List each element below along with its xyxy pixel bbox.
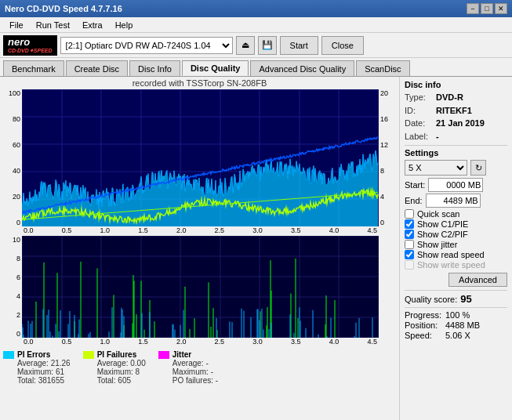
top-chart — [22, 89, 379, 226]
nero-subtitle: CD·DVD✦SPEED — [8, 48, 53, 54]
quick-scan-checkbox[interactable] — [405, 209, 414, 219]
tab-benchmark[interactable]: Benchmark — [3, 60, 64, 76]
quick-scan-label: Quick scan — [417, 209, 459, 219]
x-label-2.0-bot: 2.0 — [176, 338, 187, 346]
x-label-3.0-top: 3.0 — [252, 226, 263, 234]
start-button[interactable]: Start — [280, 36, 318, 55]
toolbar: nero CD·DVD✦SPEED [2:1] Optiarc DVD RW A… — [0, 33, 512, 58]
y-right-4: 4 — [380, 193, 396, 201]
position-val: 4488 MB — [445, 320, 480, 330]
y-bot-10: 10 — [3, 236, 20, 244]
x-label-0.5-top: 0.5 — [62, 226, 72, 234]
pi-errors-total: Total: 381655 — [17, 376, 71, 385]
disc-info-label: Disc info — [405, 80, 507, 89]
show-read-speed-label: Show read speed — [417, 250, 485, 259]
jitter-maximum: Maximum: - — [172, 368, 218, 376]
x-label-2.5-top: 2.5 — [215, 226, 225, 234]
x-label-4.5-bot: 4.5 — [367, 338, 377, 346]
legend-pi-errors: PI Errors Average: 21.26 Maximum: 61 Tot… — [3, 350, 71, 385]
speed-row: Speed: 5.06 X — [405, 331, 507, 340]
disc-id-val: RITEKF1 — [436, 104, 472, 118]
pi-errors-average: Average: 21.26 — [17, 359, 71, 368]
y-right-16: 16 — [380, 115, 396, 123]
maximize-button[interactable]: □ — [481, 3, 493, 14]
y-label-20: 20 — [3, 193, 20, 201]
disc-id-row: ID: RITEKF1 — [405, 104, 507, 118]
progress-row: Progress: 100 % — [405, 310, 507, 320]
close-button[interactable]: Close — [321, 36, 364, 55]
x-label-0.0-top: 0.0 — [24, 226, 34, 234]
settings-label: Settings — [405, 148, 507, 158]
progress-val: 100 % — [445, 310, 470, 320]
show-read-speed-checkbox[interactable] — [405, 250, 414, 259]
x-label-3.0-bot: 3.0 — [252, 338, 263, 346]
legend-pi-failures: PI Failures Average: 0.00 Maximum: 8 Tot… — [83, 350, 146, 385]
chart-title: recorded with TSSTcorp SN-208FB — [3, 78, 396, 88]
speed-label: Speed: — [405, 331, 442, 340]
menu-run-test[interactable]: Run Test — [30, 19, 76, 31]
x-label-4.5-top: 4.5 — [367, 226, 377, 234]
show-jitter-checkbox[interactable] — [405, 240, 414, 249]
y-right-20: 20 — [380, 89, 396, 97]
disc-date-row: Date: 21 Jan 2019 — [405, 117, 507, 130]
y-label-60: 60 — [3, 141, 20, 149]
show-c1-pie-checkbox[interactable] — [405, 219, 414, 229]
title-bar: Nero CD-DVD Speed 4.7.7.16 − □ ✕ — [0, 0, 512, 17]
y-label-80: 80 — [3, 115, 20, 123]
tab-scan-disc[interactable]: ScanDisc — [356, 60, 409, 76]
position-label: Position: — [405, 320, 442, 330]
jitter-color — [158, 351, 169, 359]
right-panel: Disc info Type: DVD-R ID: RITEKF1 Date: … — [399, 77, 512, 420]
pi-failures-maximum: Maximum: 8 — [97, 368, 146, 376]
x-label-1.0-top: 1.0 — [100, 226, 110, 234]
x-label-1.0-bot: 1.0 — [100, 338, 110, 346]
minimize-button[interactable]: − — [467, 3, 479, 14]
menu-file[interactable]: File — [3, 19, 30, 31]
window-controls: − □ ✕ — [467, 3, 507, 14]
eject-button[interactable]: ⏏ — [236, 36, 255, 55]
progress-label: Progress: — [405, 310, 442, 320]
start-input[interactable] — [428, 178, 483, 192]
y-label-40: 40 — [3, 167, 20, 175]
speed-settings-row: 5 X 4 X 8 X Max ↻ — [405, 160, 507, 176]
end-input[interactable] — [426, 194, 481, 208]
menu-bar: File Run Test Extra Help — [0, 17, 512, 33]
y-right-0b: 0 — [380, 219, 396, 226]
show-c2-pif-label: Show C2/PIF — [417, 230, 468, 239]
x-label-4.0-top: 4.0 — [329, 226, 340, 234]
y-right-8: 8 — [380, 167, 396, 175]
pi-failures-average: Average: 0.00 — [97, 359, 146, 368]
x-label-0.0-bot: 0.0 — [24, 338, 34, 346]
tab-advanced-disc-quality[interactable]: Advanced Disc Quality — [250, 60, 354, 76]
x-label-4.0-bot: 4.0 — [329, 338, 340, 346]
end-label: End: — [405, 196, 423, 205]
end-row: End: — [405, 194, 507, 208]
legend: PI Errors Average: 21.26 Maximum: 61 Tot… — [3, 350, 396, 385]
x-label-1.5-top: 1.5 — [138, 226, 148, 234]
refresh-button[interactable]: ↻ — [470, 160, 486, 176]
speed-select[interactable]: 5 X 4 X 8 X Max — [405, 160, 467, 176]
show-write-speed-checkbox — [405, 260, 414, 270]
close-window-button[interactable]: ✕ — [495, 3, 507, 14]
x-label-3.5-bot: 3.5 — [291, 338, 301, 346]
disc-label-row: Label: - — [405, 130, 507, 143]
tab-disc-quality[interactable]: Disc Quality — [182, 60, 249, 76]
y-bot-2: 2 — [3, 311, 20, 319]
bottom-chart — [22, 236, 379, 338]
tab-create-disc[interactable]: Create Disc — [66, 60, 128, 76]
show-jitter-row: Show jitter — [405, 240, 507, 249]
save-button[interactable]: 💾 — [258, 36, 277, 55]
y-bot-6: 6 — [3, 273, 20, 281]
advanced-button[interactable]: Advanced — [448, 273, 507, 287]
tabs: Benchmark Create Disc Disc Info Disc Qua… — [0, 58, 512, 77]
legend-jitter: Jitter Average: - Maximum: - PO failures… — [158, 350, 218, 385]
show-c2-pif-checkbox[interactable] — [405, 230, 414, 239]
position-row: Position: 4488 MB — [405, 320, 507, 330]
disc-date-key: Date: — [405, 117, 433, 130]
drive-select[interactable]: [2:1] Optiarc DVD RW AD-7240S 1.04 — [60, 37, 233, 54]
tab-disc-info[interactable]: Disc Info — [129, 60, 180, 76]
disc-type-key: Type: — [405, 91, 433, 104]
disc-label-key: Label: — [405, 130, 433, 143]
menu-extra[interactable]: Extra — [76, 19, 109, 31]
menu-help[interactable]: Help — [109, 19, 140, 31]
